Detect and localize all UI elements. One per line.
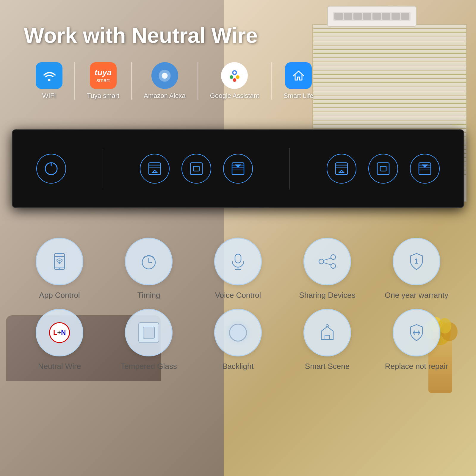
app-icon-smart: Smart Life	[272, 62, 325, 100]
n-text: N	[61, 329, 66, 336]
feature-label-neutral: Neutral Wire	[38, 362, 81, 371]
smart-label: Smart Life	[284, 92, 313, 100]
feature-label-backlight: Backlight	[222, 362, 254, 371]
blind-down-icon-1	[229, 160, 247, 178]
svg-rect-44	[235, 254, 241, 263]
feature-smart-scene: Smart Scene	[286, 309, 369, 371]
feature-label-replace: Replace not repair	[385, 362, 448, 371]
feature-circle-warranty: 1	[393, 238, 440, 285]
blind-up-icon-2	[333, 160, 350, 178]
svg-rect-26	[377, 163, 389, 175]
switch-btn-up-2[interactable]	[327, 154, 356, 184]
switch-group-triple-1	[140, 154, 253, 184]
header-section: Work with Neutral Wire WIFI tuya	[0, 0, 476, 129]
features-section: App Control Timing	[0, 226, 476, 380]
clock-icon	[138, 251, 159, 272]
feature-neutral-wire: L+N Neutral Wire	[18, 309, 101, 371]
svg-point-36	[59, 262, 60, 264]
feature-tempered-glass: Tempered Glass	[107, 309, 190, 371]
feature-circle-backlight	[214, 309, 262, 356]
google-icon	[226, 68, 243, 84]
switch-group-triple-2	[327, 154, 440, 184]
wifi-label: WIFI	[42, 92, 56, 100]
blind-up-icon-1	[146, 160, 164, 178]
warranty-icon: 1	[406, 251, 427, 272]
alexa-icon	[156, 68, 173, 84]
tuya-icon-inner: tuya smart	[95, 68, 112, 84]
feature-sharing: Sharing Devices	[286, 238, 369, 300]
plus-text: +	[57, 329, 61, 336]
feature-circle-voice	[214, 238, 262, 285]
svg-rect-27	[380, 166, 386, 171]
feature-label-scene: Smart Scene	[305, 362, 350, 371]
smart-icon-bg	[285, 62, 312, 89]
svg-line-50	[324, 258, 331, 260]
shield-replace-icon	[406, 322, 427, 343]
alexa-label: Amazon Alexa	[144, 92, 186, 100]
page-title: Work with Neutral Wire	[24, 24, 452, 47]
tuya-label: Tuya smart	[87, 92, 119, 100]
power-icon	[42, 160, 60, 178]
feature-label-voice: Voice Control	[215, 291, 261, 300]
switch-btn-stop-2[interactable]	[368, 154, 398, 184]
svg-text:1: 1	[414, 257, 418, 265]
app-icon-wifi: WIFI	[24, 62, 75, 100]
app-icon-google: Google Assistant	[198, 62, 272, 100]
svg-point-9	[236, 75, 239, 79]
google-icon-bg	[221, 62, 248, 89]
smart-scene-icon	[317, 322, 338, 343]
glass-btn	[138, 322, 159, 343]
alexa-icon-bg	[151, 62, 178, 89]
feature-circle-replace	[393, 309, 440, 356]
tuya-tagline: smart	[96, 77, 110, 84]
smart-home-icon	[290, 68, 307, 84]
glass-inner	[143, 327, 155, 339]
tuya-text: tuya	[95, 68, 112, 77]
feature-circle-neutral: L+N	[36, 309, 83, 356]
feature-app-control: App Control	[18, 238, 101, 300]
feature-label-warranty: One year warranty	[385, 291, 448, 300]
l-text: L	[53, 329, 57, 336]
feature-circle-glass	[125, 309, 173, 356]
tuya-icon-bg: tuya smart	[90, 62, 117, 89]
wifi-icon-bg	[36, 62, 62, 89]
share-icon	[317, 251, 338, 272]
blind-stop-icon-2	[374, 160, 392, 178]
switch-btn-down-1[interactable]	[223, 154, 253, 184]
svg-line-51	[324, 263, 331, 265]
ln-badge: L+N	[49, 322, 70, 343]
feature-circle-timing	[125, 238, 173, 285]
svg-rect-17	[190, 163, 202, 175]
blind-down-icon-2	[416, 160, 434, 178]
smartphone-icon	[49, 251, 70, 272]
feature-warranty: 1 One year warranty	[375, 238, 458, 300]
switch-btn-down-2[interactable]	[410, 154, 440, 184]
feature-label-sharing: Sharing Devices	[299, 291, 355, 300]
feature-timing: Timing	[107, 238, 190, 300]
switch-divider-1	[103, 148, 103, 190]
svg-rect-18	[193, 166, 199, 171]
svg-point-47	[331, 255, 336, 259]
switch-divider-2	[289, 148, 290, 190]
switch-btn-stop-1[interactable]	[181, 154, 211, 184]
feature-label-app: App Control	[39, 291, 80, 300]
svg-point-48	[319, 259, 324, 264]
switch-btn-up-1[interactable]	[140, 154, 170, 184]
svg-point-35	[59, 269, 60, 270]
feature-replace: Replace not repair	[375, 309, 458, 371]
main-content: Work with Neutral Wire WIFI tuya	[0, 0, 476, 476]
features-row-2: L+N Neutral Wire Tempered Glass	[18, 309, 458, 371]
features-row-1: App Control Timing	[18, 238, 458, 300]
wifi-icon	[41, 68, 57, 84]
switch-group-single	[36, 154, 66, 184]
feature-backlight: Backlight	[196, 309, 280, 371]
feature-label-timing: Timing	[137, 291, 160, 300]
switch-btn-power[interactable]	[36, 154, 66, 184]
feature-circle-scene	[303, 309, 351, 356]
app-icon-tuya: tuya smart Tuya smart	[75, 62, 132, 100]
feature-circle-sharing	[303, 238, 351, 285]
feature-voice: Voice Control	[196, 238, 280, 300]
svg-point-6	[162, 73, 168, 79]
switch-panel	[12, 129, 464, 208]
svg-point-10	[230, 75, 233, 79]
